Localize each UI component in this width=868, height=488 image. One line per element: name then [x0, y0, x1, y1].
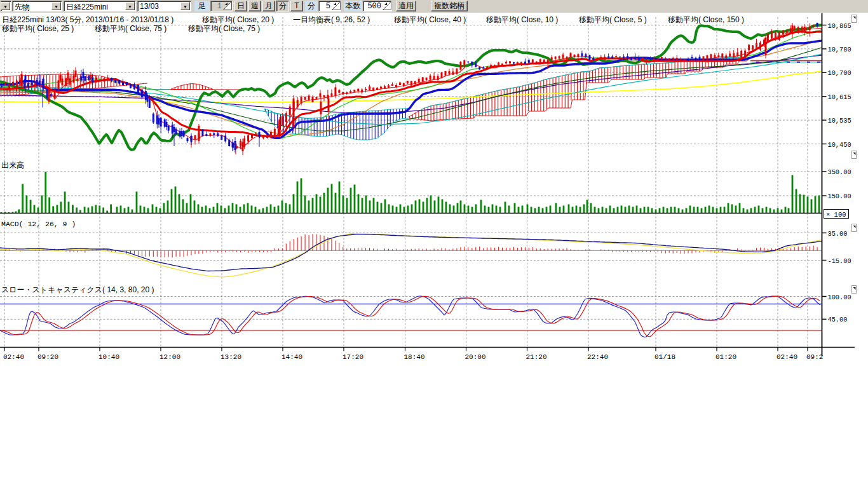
svg-text:02:40: 02:40 [776, 353, 797, 361]
svg-text:22:40: 22:40 [587, 353, 608, 361]
svg-text:移動平均( Close, 40 ): 移動平均( Close, 40 ) [394, 15, 466, 24]
svg-text:10,615: 10,615 [828, 93, 851, 101]
svg-text:× 100: × 100 [826, 211, 846, 219]
svg-text:350.00: 350.00 [828, 168, 851, 176]
svg-text:10,780: 10,780 [828, 46, 851, 53]
svg-text:100.00: 100.00 [828, 294, 851, 301]
svg-text:13:20: 13:20 [220, 353, 241, 361]
svg-text:10,865: 10,865 [828, 22, 851, 30]
svg-text:移動平均( Close, 25 ): 移動平均( Close, 25 ) [2, 24, 74, 33]
svg-text:45.00: 45.00 [828, 316, 848, 323]
svg-text:一目均衡表( 9, 26, 52 ): 一目均衡表( 9, 26, 52 ) [293, 15, 370, 24]
svg-text:スロー・ストキャスティクス( 14, 3, 80, 20 ): スロー・ストキャスティクス( 14, 3, 80, 20 ) [1, 285, 154, 294]
svg-text:10,450: 10,450 [828, 141, 851, 149]
svg-text:出来高: 出来高 [1, 161, 24, 170]
svg-text:移動平均( Close, 150 ): 移動平均( Close, 150 ) [668, 15, 744, 24]
svg-text:移動平均( Close, 20 ): 移動平均( Close, 20 ) [202, 15, 274, 24]
svg-text:移動平均( Close, 75 ): 移動平均( Close, 75 ) [188, 24, 260, 33]
svg-text:移動平均( Close, 75 ): 移動平均( Close, 75 ) [95, 24, 166, 33]
svg-text:18:40: 18:40 [404, 353, 425, 361]
svg-text:12:00: 12:00 [159, 353, 180, 361]
svg-text:10:40: 10:40 [98, 353, 119, 361]
svg-text:10,700: 10,700 [828, 69, 851, 77]
svg-text:01:20: 01:20 [715, 353, 736, 361]
svg-text:35.00: 35.00 [828, 230, 848, 238]
svg-text:09:20: 09:20 [37, 353, 58, 361]
svg-text:日経225mini 13/03( 5分, 2013/01/1: 日経225mini 13/03( 5分, 2013/01/16 - 2013/0… [2, 15, 173, 24]
svg-text:01/18: 01/18 [654, 353, 675, 361]
svg-text:02:40: 02:40 [3, 353, 24, 361]
svg-text:14:40: 14:40 [281, 353, 302, 361]
svg-text:-15.00: -15.00 [828, 257, 851, 265]
svg-text:09:2: 09:2 [806, 353, 823, 361]
svg-text:21:20: 21:20 [526, 353, 547, 361]
svg-text:移動平均( Close, 5 ): 移動平均( Close, 5 ) [579, 15, 647, 24]
svg-text:10,535: 10,535 [828, 117, 851, 125]
svg-text:150.00: 150.00 [828, 193, 851, 200]
svg-text:20:00: 20:00 [465, 353, 486, 361]
svg-text:移動平均( Close, 10 ): 移動平均( Close, 10 ) [486, 15, 558, 24]
svg-text:17:20: 17:20 [342, 353, 363, 361]
svg-text:MACD( 12, 26, 9 ): MACD( 12, 26, 9 ) [1, 220, 76, 228]
